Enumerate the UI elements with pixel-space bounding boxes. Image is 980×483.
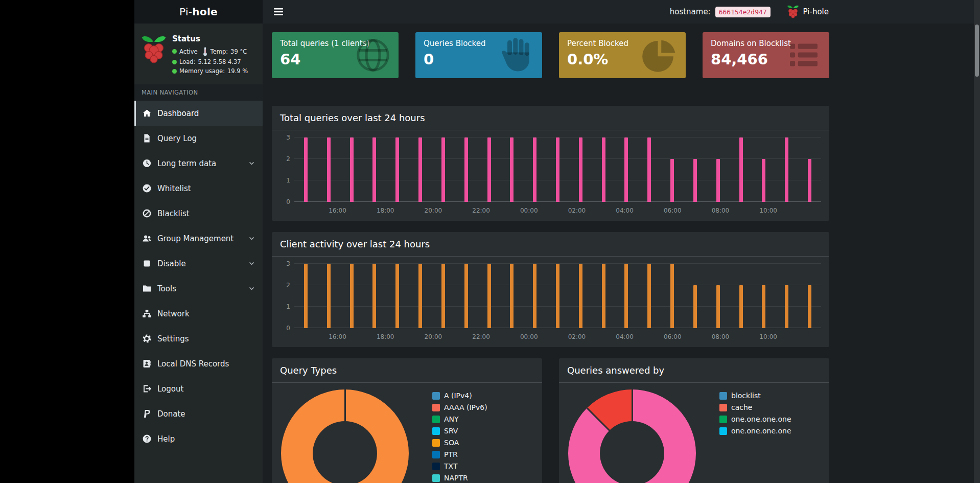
legend-item-one-one-one-one[interactable]: one.one.one.one [719,415,791,423]
legend-label: SRV [444,427,458,435]
query-types-chart[interactable]: A (IPv4)AAAA (IPv6)ANYSRVSOAPTRTXTNAPTR [272,383,542,483]
sidebar-item-logout[interactable]: Logout [134,376,263,401]
card-percent-blocked[interactable]: Percent Blocked0.0% [559,32,686,78]
brand-pre: Pi- [179,6,192,18]
panel-title: Query Types [280,365,534,376]
x-axis-label: 10:00 [759,333,777,340]
client-activity-chart[interactable]: 012316:0018:0020:0022:0000:0002:0004:000… [280,264,821,343]
pihole-raspberry-logo [141,34,167,65]
x-axis-label: 04:00 [616,333,634,340]
scrollbar-thumb[interactable] [975,25,979,77]
legend-item-ptr[interactable]: PTR [432,450,487,458]
legend-item-aaaa-ipv6[interactable]: AAAA (IPv6) [432,403,487,411]
bar [670,159,674,202]
panel-total-queries: Total queries over last 24 hours 012316:… [272,106,829,221]
hostname-badge: 666154e2d947 [715,7,771,17]
sidebar-item-blacklist[interactable]: Blacklist [134,201,263,226]
sidebar-item-label: Settings [157,334,189,343]
help-icon [142,434,152,444]
x-axis-label: 18:00 [377,333,394,340]
load-label: Load: [179,58,195,65]
gears-icon [142,334,152,343]
sidebar-item-local-dns-records[interactable]: Local DNS Records [134,351,263,376]
legend-item-cache[interactable]: cache [719,403,791,411]
card-total-queries-1-clients[interactable]: Total queries (1 clients)64 [272,32,399,78]
sidebar-item-whitelist[interactable]: Whitelist [134,176,263,201]
nav-section-label: MAIN NAVIGATION [134,84,263,101]
legend-swatch [432,416,440,423]
legend-swatch [432,427,440,435]
legend-item-one-one-one-one[interactable]: one.one.one.one [719,427,791,435]
sidebar-item-network[interactable]: Network [134,301,263,326]
y-axis-label: 0 [280,198,290,205]
legend-item-blocklist[interactable]: blocklist [719,392,791,400]
sidebar-item-help[interactable]: Help [134,426,263,451]
sidebar-item-long-term-data[interactable]: Long term data [134,151,263,176]
navbar-main: hostname: 666154e2d947 Pi-hole [263,0,974,24]
donut-hole [313,421,377,483]
x-axis-label: 20:00 [425,333,442,340]
card-queries-blocked[interactable]: Queries Blocked0 [415,32,542,78]
sidebar-item-donate[interactable]: Donate [134,401,263,426]
bar [327,137,331,202]
legend-item-any[interactable]: ANY [432,415,487,423]
legend-swatch [719,416,727,423]
sidebar-item-settings[interactable]: Settings [134,326,263,351]
x-axis-label: 00:00 [520,333,538,340]
sidebar-item-tools[interactable]: Tools [134,276,263,301]
legend-item-a-ipv4[interactable]: A (IPv4) [432,392,487,400]
memory-value: 19.9 % [227,67,248,75]
main-content: Total queries (1 clients)64Queries Block… [263,24,974,483]
legend-item-txt[interactable]: TXT [432,462,487,470]
queries-answered-by-chart[interactable]: blocklistcacheone.one.one.oneone.one.one… [559,383,829,483]
sidebar-item-label: Local DNS Records [157,359,229,369]
x-axis-label: 02:00 [568,207,586,214]
y-axis-label: 1 [280,177,290,184]
bar [716,285,720,328]
home-icon [142,108,152,118]
panel-title: Queries answered by [567,365,821,376]
legend-item-naptr[interactable]: NAPTR [432,474,487,482]
scrollbar[interactable] [974,0,980,483]
bar [808,159,811,202]
y-axis-label: 1 [280,303,290,310]
legend-label: SOA [444,439,459,447]
bar-chart-plot: 0123 [294,264,821,328]
legend-item-soa[interactable]: SOA [432,439,487,447]
legend-swatch [432,439,440,447]
bar [556,264,559,328]
y-axis-label: 0 [280,325,290,332]
legend-item-srv[interactable]: SRV [432,427,487,435]
brand-logo[interactable]: Pi-hole [134,0,263,24]
sidebar-item-label: Tools [157,284,176,293]
sidebar-item-label: Query Log [157,134,197,143]
sidebar-item-dashboard[interactable]: Dashboard [134,101,263,126]
bar [327,264,331,328]
total-queries-chart[interactable]: 012316:0018:0020:0022:0000:0002:0004:000… [280,137,821,217]
bar [762,159,765,202]
sidebar-item-label: Whitelist [157,184,191,193]
bar [693,285,697,328]
x-axis-label: 10:00 [759,207,777,214]
sidebar-item-group-management[interactable]: Group Management [134,226,263,251]
stop-icon [142,259,152,268]
sidebar-item-query-log[interactable]: Query Log [134,126,263,151]
bar [464,137,468,202]
sidebar-toggle-button[interactable] [271,4,286,19]
bar [624,137,628,202]
queries-answered-by-donut[interactable] [568,389,696,483]
x-axis: 16:0018:0020:0022:0000:0002:0004:0006:00… [294,202,821,217]
bar [556,137,559,202]
sidebar-item-label: Donate [157,409,185,419]
bar [487,137,491,202]
legend-label: blocklist [731,392,761,400]
sidebar-item-disable[interactable]: Disable [134,251,263,276]
card-domains-on-blocklist[interactable]: Domains on Blocklist84,466 [703,32,829,78]
legend-label: PTR [444,450,458,458]
hostname-label: hostname: [670,7,711,16]
chart-legend: A (IPv4)AAAA (IPv6)ANYSRVSOAPTRTXTNAPTR [432,389,487,483]
y-axis-label: 2 [280,155,290,163]
status-active-label: Active [179,48,198,55]
query-types-donut[interactable] [281,389,409,483]
bar [602,137,605,202]
